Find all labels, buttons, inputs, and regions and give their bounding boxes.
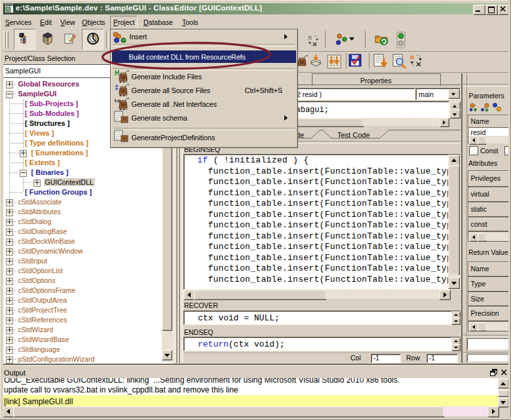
svg-text:I-o: I-o: [115, 98, 121, 104]
svg-text:R: R: [410, 54, 415, 61]
svg-text:‡: ‡: [115, 83, 119, 91]
svg-text:H: H: [115, 69, 119, 77]
svg-text:R: R: [308, 35, 312, 41]
